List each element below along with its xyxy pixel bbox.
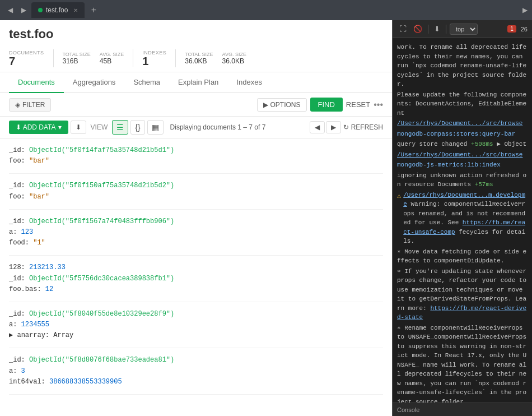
filter-label: FILTER <box>22 101 45 109</box>
console-link[interactable]: /Users/rhys/Document.../src/browse <box>397 151 522 158</box>
console-link[interactable]: /Users/rhys/Document...m.developme <box>403 192 525 208</box>
nav-arrows: ◀ ▶ <box>310 121 341 133</box>
filter-toolbar: ◈ FILTER ▶ OPTIONS FIND RESET ••• <box>0 93 392 117</box>
total-size-value: 316B <box>63 57 91 65</box>
download-button[interactable]: ⬇ <box>71 121 86 134</box>
console-line: /Users/rhys/Document.../src/browse <box>397 119 528 128</box>
console-line-count: 26 <box>521 26 528 33</box>
console-warning-text: /Users/rhys/Document...m.developme Warni… <box>403 191 528 246</box>
documents-list: _id: ObjectId("5f0f14faf75a35748d21b5d1"… <box>0 138 392 416</box>
tab-explain-plan[interactable]: Explain Plan <box>169 72 227 93</box>
tab-aggregations[interactable]: Aggregations <box>64 72 125 93</box>
console-link[interactable]: https://fb.me/react-derived-state <box>397 305 526 321</box>
documents-value: 7 <box>9 56 15 67</box>
console-green: +508ms <box>471 141 493 147</box>
view-label: VIEW <box>91 123 108 131</box>
filter-button[interactable]: ◈ FILTER <box>9 98 51 112</box>
prev-page-btn[interactable]: ◀ <box>310 121 325 133</box>
stat-index-total-size: TOTAL SIZE 36.0KB <box>185 52 213 65</box>
stat-index-size-group: TOTAL SIZE 36.0KB AVG. SIZE 36.0KB <box>185 52 246 65</box>
console-inspect-btn[interactable]: ⛶ <box>397 24 409 34</box>
stat-sep-1 <box>53 49 54 67</box>
console-sep2 <box>446 25 446 34</box>
stat-avg-size: AVG. SIZE 45B <box>100 52 124 65</box>
tab-schema[interactable]: Schema <box>124 72 169 93</box>
filter-input[interactable] <box>54 100 254 109</box>
json-view-button[interactable]: {} <box>130 120 144 135</box>
main-area: test.foo DOCUMENTS 7 TOTAL SIZE 316B AVG… <box>0 20 532 416</box>
console-link[interactable]: /Users/rhys/Document.../src/browse <box>397 120 522 127</box>
collection-title: test.foo <box>9 27 383 41</box>
warning-icon: ⚠ <box>397 191 401 201</box>
console-toolbar: ⛶ 🚫 ⬇ top 1 26 <box>393 20 532 38</box>
tab-item-testfoo[interactable]: test.foo ✕ <box>31 2 85 18</box>
console-line: /Users/rhys/Document.../src/browse <box>397 150 528 160</box>
more-button[interactable]: ••• <box>374 100 383 110</box>
console-warning-line: ⚠ /Users/rhys/Document...m.developme War… <box>397 191 528 246</box>
left-panel: test.foo DOCUMENTS 7 TOTAL SIZE 316B AVG… <box>0 20 392 416</box>
add-data-arrow: ▾ <box>58 123 62 131</box>
stats-row: DOCUMENTS 7 TOTAL SIZE 316B AVG. SIZE 45… <box>9 46 383 72</box>
stat-indexes: INDEXES 1 <box>142 50 166 67</box>
console-block-btn[interactable]: 🚫 <box>411 24 424 34</box>
stat-index-avg-size: AVG. SIZE 36.0KB <box>222 52 246 65</box>
collection-header: test.foo DOCUMENTS 7 TOTAL SIZE 316B AVG… <box>0 20 392 72</box>
right-panel: ⛶ 🚫 ⬇ top 1 26 work. To rename all depre… <box>392 20 532 416</box>
console-line: ignoring unknown action refreshed on res… <box>397 171 528 189</box>
stat-sep-2 <box>133 49 133 67</box>
index-total-size-value: 36.0KB <box>185 57 213 65</box>
bottom-bar: Console <box>393 403 532 416</box>
tab-label: test.foo <box>46 6 68 14</box>
tab-indexes[interactable]: Indexes <box>227 72 271 93</box>
tab-more-btn[interactable]: ▶ <box>522 6 528 14</box>
console-line: mongodb-js-metrics:lib:index <box>397 160 528 170</box>
console-line: ∗ Move data fetching code or side effect… <box>397 247 528 266</box>
reset-button[interactable]: RESET <box>346 100 370 109</box>
tab-next-btn[interactable]: ▶ <box>18 4 29 16</box>
next-page-btn[interactable]: ▶ <box>326 121 341 133</box>
console-green: +57ms <box>475 181 493 188</box>
document-item-1: _id: ObjectId("5f0f150af75a35748d21b5d2"… <box>9 174 383 209</box>
tab-color-indicator <box>38 8 43 12</box>
tab-documents[interactable]: Documents <box>9 72 64 93</box>
add-data-button[interactable]: ⬇ ADD DATA ▾ <box>9 121 68 134</box>
console-link[interactable]: https://fb.me/react-unsafe-comp <box>403 219 525 235</box>
view-toolbar: ⬇ ADD DATA ▾ ⬇ VIEW ☰ {} ▦ Displaying do… <box>0 117 392 138</box>
refresh-button[interactable]: ↻ REFRESH <box>343 123 383 131</box>
tab-bar: ◀ ▶ test.foo ✕ + ▶ <box>0 0 532 20</box>
console-content[interactable]: work. To rename all deprecated lifecycle… <box>393 38 532 403</box>
tab-add-btn[interactable]: + <box>87 3 100 17</box>
options-label: ▶ OPTIONS <box>263 101 300 109</box>
find-button[interactable]: FIND <box>310 98 343 112</box>
refresh-icon: ↻ <box>343 123 349 131</box>
index-total-size-label: TOTAL SIZE <box>185 52 213 57</box>
total-size-label: TOTAL SIZE <box>63 52 91 57</box>
console-download-btn[interactable]: ⬇ <box>432 24 442 34</box>
index-avg-size-value: 36.0KB <box>222 57 246 65</box>
filter-icon: ◈ <box>15 101 20 109</box>
avg-size-value: 45B <box>100 57 124 65</box>
options-button[interactable]: ▶ OPTIONS <box>257 98 306 112</box>
document-item-4: _id: ObjectId("5f8040f55de8e10329ee28f9"… <box>9 302 383 349</box>
refresh-label: REFRESH <box>351 123 383 131</box>
console-error-count: 1 <box>507 25 516 33</box>
bottom-bar-label: Console <box>397 406 419 413</box>
tab-prev-btn[interactable]: ◀ <box>4 4 16 16</box>
console-line: work. To rename all deprecated lifecycle… <box>397 43 528 89</box>
stat-sep-3 <box>175 49 176 67</box>
table-view-button[interactable]: ▦ <box>147 120 164 135</box>
console-line: Please update the following components: … <box>397 90 528 118</box>
console-line: ∗ If you're updating state whenever prop… <box>397 267 528 322</box>
console-line: query store changed +508ms ▶ Object <box>397 140 528 149</box>
document-item-3: 128: 213213.33 _id: ObjectId("5f5756dc30… <box>9 256 383 302</box>
list-view-button[interactable]: ☰ <box>112 120 128 135</box>
console-line: ∗ Rename componentWillReceiveProps to UN… <box>397 323 528 403</box>
stat-size-group: TOTAL SIZE 316B AVG. SIZE 45B <box>63 52 124 65</box>
tab-close-btn[interactable]: ✕ <box>73 7 78 13</box>
document-item-0: _id: ObjectId("5f0f14faf75a35748d21b5d1"… <box>9 138 383 174</box>
index-avg-size-label: AVG. SIZE <box>222 52 246 57</box>
console-sep <box>428 25 428 34</box>
add-data-label: ⬇ ADD DATA <box>16 123 56 131</box>
console-level-select[interactable]: top <box>450 24 478 35</box>
displaying-text: Displaying documents 1 – 7 of 7 <box>170 123 307 131</box>
